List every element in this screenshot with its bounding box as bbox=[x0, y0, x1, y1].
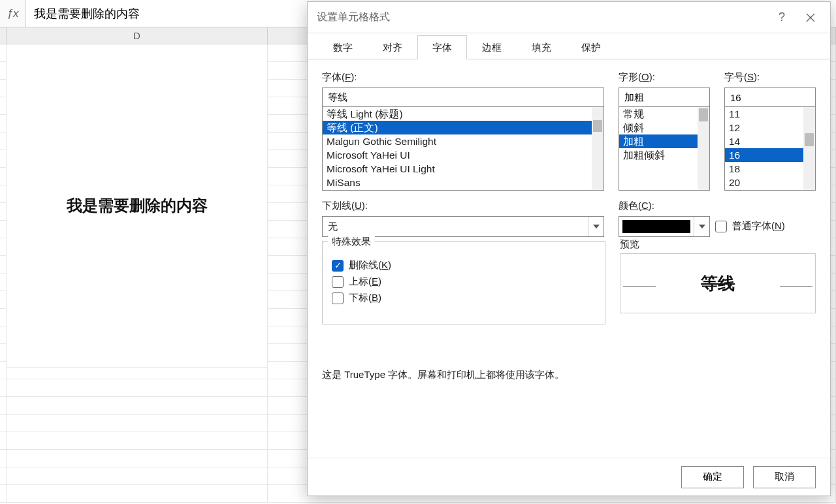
style-input[interactable] bbox=[619, 87, 710, 107]
normal-font-checkbox[interactable]: 普通字体(N) bbox=[715, 220, 785, 232]
subscript-checkbox[interactable]: 下标(B) bbox=[332, 292, 596, 304]
tab-number[interactable]: 数字 bbox=[318, 35, 368, 59]
list-item[interactable]: 11 bbox=[725, 107, 815, 121]
subscript-label: 下标(B) bbox=[349, 292, 381, 304]
preview-text: 等线 bbox=[701, 272, 735, 295]
list-item[interactable]: 加粗 bbox=[619, 134, 709, 148]
list-item[interactable]: Microsoft YaHei UI bbox=[323, 148, 603, 162]
dialog-titlebar[interactable]: 设置单元格格式 ? bbox=[308, 2, 830, 33]
style-listbox[interactable]: 常规 倾斜 加粗 加粗倾斜 bbox=[619, 107, 710, 191]
underline-label: 下划线(U): bbox=[322, 200, 604, 212]
list-item[interactable]: Microsoft YaHei UI Light bbox=[323, 162, 603, 176]
truetype-info: 这是 TrueType 字体。屏幕和打印机上都将使用该字体。 bbox=[322, 369, 816, 381]
list-item[interactable]: 加粗倾斜 bbox=[619, 148, 709, 162]
underline-value: 无 bbox=[323, 221, 588, 233]
preview-legend: 预览 bbox=[620, 238, 816, 251]
size-listbox[interactable]: 11 12 14 16 18 20 bbox=[724, 107, 816, 191]
tab-border[interactable]: 边框 bbox=[467, 35, 517, 59]
strikethrough-checkbox[interactable]: 删除线(K) bbox=[332, 259, 596, 272]
list-item[interactable]: 常规 bbox=[619, 107, 709, 121]
font-input[interactable] bbox=[322, 87, 604, 107]
color-combo[interactable] bbox=[619, 216, 710, 237]
ok-button[interactable]: 确定 bbox=[681, 466, 744, 488]
list-item[interactable]: 14 bbox=[725, 134, 815, 148]
list-item[interactable]: 等线 (正文) bbox=[323, 121, 603, 134]
superscript-checkbox[interactable]: 上标(E) bbox=[332, 276, 596, 288]
list-item[interactable]: Malgun Gothic Semilight bbox=[323, 134, 603, 148]
preview-box: 等线 bbox=[620, 253, 816, 313]
checkbox-icon bbox=[715, 221, 727, 232]
list-item[interactable]: 16 bbox=[725, 148, 815, 162]
effects-legend: 特殊效果 bbox=[328, 236, 375, 248]
list-item[interactable]: MiSans bbox=[323, 176, 603, 189]
list-item[interactable]: 12 bbox=[725, 121, 815, 134]
scrollbar[interactable] bbox=[698, 107, 709, 190]
checkbox-icon bbox=[332, 276, 344, 288]
scrollbar[interactable] bbox=[592, 107, 603, 190]
chevron-down-icon[interactable] bbox=[588, 217, 603, 236]
font-listbox[interactable]: 等线 Light (标题) 等线 (正文) Malgun Gothic Semi… bbox=[322, 107, 604, 191]
fx-label: ƒx bbox=[0, 0, 26, 27]
chevron-down-icon[interactable] bbox=[694, 217, 709, 236]
checkbox-icon bbox=[332, 292, 344, 304]
tab-alignment[interactable]: 对齐 bbox=[368, 35, 417, 59]
underline-combo[interactable]: 无 bbox=[322, 216, 604, 237]
list-item[interactable]: 等线 Light (标题) bbox=[323, 107, 603, 121]
font-label: 字体(F): bbox=[322, 71, 604, 84]
normal-font-label: 普通字体(N) bbox=[732, 220, 785, 232]
close-button[interactable] bbox=[796, 3, 825, 32]
format-cells-dialog: 设置单元格格式 ? 数字 对齐 字体 边框 填充 保护 字体(F): 等线 Li… bbox=[307, 1, 831, 496]
scrollbar[interactable] bbox=[803, 107, 815, 190]
dialog-title: 设置单元格格式 bbox=[317, 10, 767, 24]
merged-cell-D[interactable]: 我是需要删除的内容 bbox=[7, 44, 268, 368]
color-label: 颜色(C): bbox=[619, 200, 710, 212]
tab-protection[interactable]: 保护 bbox=[566, 35, 616, 59]
close-icon bbox=[806, 13, 815, 22]
dialog-tabs: 数字 对齐 字体 边框 填充 保护 bbox=[308, 33, 830, 59]
size-input[interactable] bbox=[724, 87, 816, 107]
column-header-D[interactable]: D bbox=[7, 27, 268, 44]
superscript-label: 上标(E) bbox=[349, 276, 381, 288]
color-swatch bbox=[622, 220, 690, 233]
tab-font[interactable]: 字体 bbox=[417, 35, 467, 59]
cancel-button[interactable]: 取消 bbox=[753, 466, 816, 488]
style-label: 字形(O): bbox=[619, 71, 710, 84]
strikethrough-label: 删除线(K) bbox=[349, 259, 391, 272]
checkbox-icon bbox=[332, 260, 344, 272]
size-label: 字号(S): bbox=[724, 71, 816, 84]
list-item[interactable]: 18 bbox=[725, 162, 815, 176]
list-item[interactable]: 20 bbox=[725, 176, 815, 189]
tab-fill[interactable]: 填充 bbox=[517, 35, 566, 59]
effects-fieldset: 特殊效果 删除线(K) 上标(E) 下标(B) bbox=[322, 241, 605, 324]
list-item[interactable]: 倾斜 bbox=[619, 121, 709, 134]
help-button[interactable]: ? bbox=[767, 3, 796, 32]
